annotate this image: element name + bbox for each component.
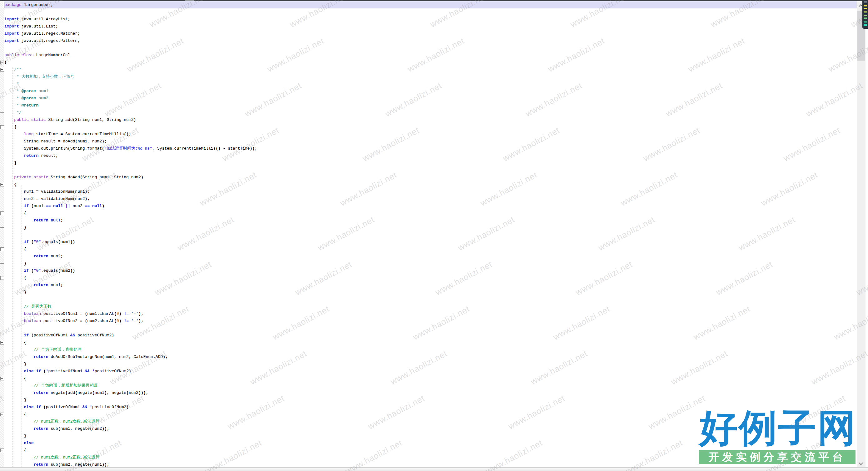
fold-end-tick <box>0 436 4 436</box>
fold-end-tick <box>0 292 4 292</box>
code-line: else if (!positiveOfNum1 && !positiveOfN… <box>0 368 857 375</box>
code-line: num1 = validationNum(num1); <box>0 188 857 195</box>
minimap-overlay <box>862 0 868 29</box>
code-line: { <box>0 246 857 253</box>
minimap-stripe <box>864 6 867 7</box>
fold-collapse-icon[interactable] <box>0 68 4 71</box>
code-line: import java.util.regex.Matcher; <box>0 30 857 37</box>
fold-collapse-icon[interactable] <box>0 125 4 129</box>
fold-collapse-icon[interactable] <box>0 212 4 215</box>
code-line: import java.util.regex.Pattern; <box>0 37 857 44</box>
minimap-stripe <box>864 17 867 18</box>
code-line <box>0 8 857 15</box>
code-line: // 全为正的话，直接处理 <box>0 346 857 353</box>
code-line: } <box>0 224 857 231</box>
code-line: { <box>0 123 857 131</box>
fold-collapse-icon[interactable] <box>0 377 4 380</box>
vertical-scrollbar[interactable] <box>857 1 866 467</box>
code-line: { <box>0 375 857 382</box>
code-line: // 全负的话，相反相加结果再相反 <box>0 382 857 389</box>
scroll-up-arrow-icon[interactable] <box>859 5 862 8</box>
code-line: // 是否为正数 <box>0 303 857 310</box>
haolizi-logo-banner: 开发实例分享交流平台 <box>699 450 856 464</box>
code-line: return num2; <box>0 253 857 260</box>
text-caret <box>4 2 4 8</box>
fold-collapse-icon[interactable] <box>0 448 4 452</box>
fold-end-tick <box>0 364 4 364</box>
minimap-stripe <box>864 4 867 4</box>
code-line: /** <box>0 66 857 73</box>
fold-end-tick <box>0 227 4 228</box>
scroll-down-arrow-icon[interactable] <box>860 462 863 465</box>
minimap-stripe <box>864 1 867 2</box>
code-line: } <box>0 159 857 166</box>
code-lines: package largenumber;import java.util.Arr… <box>0 1 857 468</box>
code-line: { <box>0 339 857 346</box>
code-line: { <box>0 210 857 217</box>
code-line: public class LargeNumberCal <box>0 52 857 59</box>
code-line <box>0 166 857 174</box>
fold-collapse-icon[interactable] <box>0 183 4 186</box>
fold-end-tick <box>0 400 4 400</box>
code-line: import java.util.List; <box>0 23 857 30</box>
background-window-edge <box>0 0 868 1</box>
horizontal-scrollbar[interactable] <box>0 467 868 471</box>
minimap-stripe <box>864 12 867 13</box>
minimap-stripe <box>864 10 867 10</box>
code-line: private static String doAdd(String num1,… <box>0 174 857 181</box>
code-line: if (positiveOfNum1 && positiveOfNum2) <box>0 332 857 339</box>
minimap-stripe <box>864 24 867 25</box>
code-line: return doAddOrSubTwoLargeNum(num1, num2,… <box>0 353 857 360</box>
minimap-stripe <box>864 23 867 23</box>
code-line: long startTime = System.currentTimeMilli… <box>0 131 857 138</box>
background-window-notch <box>185 0 194 1</box>
fold-collapse-icon[interactable] <box>0 341 4 345</box>
minimap-stripe <box>864 20 867 20</box>
minimap-stripe <box>864 2 867 3</box>
code-line: System.out.println(String.format("加法运算时间… <box>0 145 857 152</box>
code-line: * 大数相加，支持小数，正负号 <box>0 73 857 80</box>
code-line: { <box>0 274 857 281</box>
minimap-stripe <box>864 21 867 22</box>
fold-end-tick <box>0 113 4 113</box>
code-line: num2 = validationNum(num2); <box>0 195 857 202</box>
code-line: { <box>0 181 857 188</box>
code-line: * @param num2 <box>0 95 857 102</box>
code-line <box>0 324 857 332</box>
haolizi-logo-tagline: 开发实例分享交流平台 <box>709 450 846 465</box>
minimap-stripe <box>864 18 867 19</box>
minimap-stripe <box>864 25 867 26</box>
code-line: if ("0".equals(num1)) <box>0 238 857 246</box>
code-line <box>0 231 857 238</box>
code-line: return result; <box>0 152 857 159</box>
minimap-stripe <box>864 14 867 14</box>
code-editor[interactable]: package largenumber;import java.util.Arr… <box>0 1 857 467</box>
code-line: if (num1 == null || num2 == null) <box>0 202 857 210</box>
code-line: return null; <box>0 217 857 224</box>
editor-screenshot: package largenumber;import java.util.Arr… <box>0 0 868 471</box>
code-line <box>0 296 857 303</box>
code-line: */ <box>0 109 857 116</box>
code-line: * <box>0 80 857 88</box>
code-line: package largenumber; <box>0 1 857 8</box>
code-line: return num1; <box>0 281 857 289</box>
fold-collapse-icon[interactable] <box>0 413 4 416</box>
minimap-stripe <box>864 5 867 6</box>
code-line: String result = doAdd(num1, num2); <box>0 138 857 145</box>
fold-collapse-icon[interactable] <box>0 276 4 280</box>
code-line: return negate(add(negate(num1), negate(n… <box>0 389 857 396</box>
minimap-stripe <box>864 8 867 9</box>
code-line: if ("0".equals(num2)) <box>0 267 857 274</box>
code-line: } <box>0 260 857 267</box>
minimap-stripe <box>864 11 867 11</box>
code-line: boolean positiveOfNum2 = (num2.charAt(0)… <box>0 317 857 324</box>
code-line <box>0 44 857 52</box>
haolizi-logo-text: 好例子网 <box>699 406 857 450</box>
code-line: public static String add(String num1, St… <box>0 116 857 123</box>
code-line: * @return <box>0 102 857 109</box>
fold-collapse-icon[interactable] <box>0 247 4 251</box>
code-line: } <box>0 289 857 296</box>
fold-collapse-icon[interactable] <box>0 61 4 64</box>
code-line: * @param num1 <box>0 88 857 95</box>
code-line: } <box>0 360 857 368</box>
